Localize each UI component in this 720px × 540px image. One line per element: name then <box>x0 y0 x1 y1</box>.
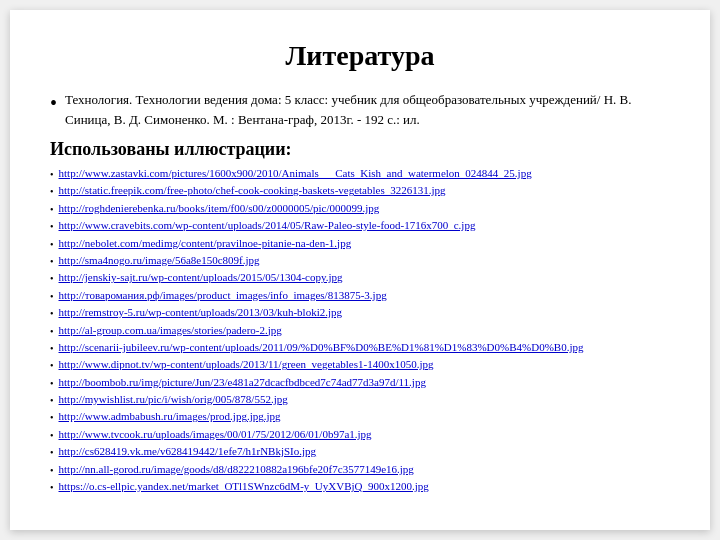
slide-title: Литература <box>50 40 670 72</box>
bullet-small: • <box>50 465 54 476</box>
list-item: •http://scenarii-jubileev.ru/wp-content/… <box>50 340 670 355</box>
bullet-small: • <box>50 169 54 180</box>
bullet-small: • <box>50 395 54 406</box>
link-text[interactable]: http://www.zastavki.com/pictures/1600x90… <box>59 166 532 181</box>
link-text[interactable]: http://roghdenierebenka.ru/books/item/f0… <box>59 201 380 216</box>
link-text[interactable]: https://o.cs-ellpic.yandex.net/market_OT… <box>59 479 429 494</box>
bullet-small: • <box>50 186 54 197</box>
link-text[interactable]: http://mywishlist.ru/pic/i/wish/orig/005… <box>59 392 288 407</box>
list-item: •http://mywishlist.ru/pic/i/wish/orig/00… <box>50 392 670 407</box>
bullet-small: • <box>50 239 54 250</box>
list-item: •http://boombob.ru/img/picture/Jun/23/e4… <box>50 375 670 390</box>
list-item: •http://www.zastavki.com/pictures/1600x9… <box>50 166 670 181</box>
list-item: •http://cs628419.vk.me/v628419442/1efe7/… <box>50 444 670 459</box>
link-text[interactable]: http://al-group.com.ua/images/stories/pa… <box>59 323 282 338</box>
section-heading: Использованы иллюстрации: <box>50 139 670 160</box>
intro-item: • Технология. Технологии ведения дома: 5… <box>50 90 670 129</box>
list-item: •http://www.dipnot.tv/wp-content/uploads… <box>50 357 670 372</box>
bullet-small: • <box>50 360 54 371</box>
list-item: •https://o.cs-ellpic.yandex.net/market_O… <box>50 479 670 494</box>
bullet-small: • <box>50 430 54 441</box>
bullet-large: • <box>50 92 57 115</box>
list-item: •http://www.cravebits.com/wp-content/upl… <box>50 218 670 233</box>
intro-text: Технология. Технологии ведения дома: 5 к… <box>65 90 670 129</box>
bullet-small: • <box>50 447 54 458</box>
bullet-small: • <box>50 308 54 319</box>
list-item: •http://www.tvcook.ru/uploads/images/00/… <box>50 427 670 442</box>
bullet-small: • <box>50 343 54 354</box>
link-text[interactable]: http://jenskiy-sajt.ru/wp-content/upload… <box>59 270 343 285</box>
list-item: •http://remstroy-5.ru/wp-content/uploads… <box>50 305 670 320</box>
slide: Литература • Технология. Технологии веде… <box>10 10 710 530</box>
list-item: •http://nebolet.com/medimg/content/pravi… <box>50 236 670 251</box>
link-text[interactable]: http://www.cravebits.com/wp-content/uplo… <box>59 218 476 233</box>
link-text[interactable]: http://www.tvcook.ru/uploads/images/00/0… <box>59 427 372 442</box>
link-text[interactable]: http://товаромания.рф/images/product_ima… <box>59 288 387 303</box>
link-text[interactable]: http://cs628419.vk.me/v628419442/1efe7/h… <box>59 444 317 459</box>
list-item: •http://nn.all-gorod.ru/image/goods/d8/d… <box>50 462 670 477</box>
bullet-small: • <box>50 326 54 337</box>
list-item: •http://товаромания.рф/images/product_im… <box>50 288 670 303</box>
list-item: •http://roghdenierebenka.ru/books/item/f… <box>50 201 670 216</box>
list-item: •http://sma4nogo.ru/image/56a8e150c809f.… <box>50 253 670 268</box>
link-text[interactable]: http://nn.all-gorod.ru/image/goods/d8/d8… <box>59 462 414 477</box>
link-text[interactable]: http://www.dipnot.tv/wp-content/uploads/… <box>59 357 434 372</box>
bullet-small: • <box>50 482 54 493</box>
list-item: •http://jenskiy-sajt.ru/wp-content/uploa… <box>50 270 670 285</box>
bullet-small: • <box>50 221 54 232</box>
link-text[interactable]: http://boombob.ru/img/picture/Jun/23/e48… <box>59 375 426 390</box>
link-text[interactable]: http://scenarii-jubileev.ru/wp-content/u… <box>59 340 584 355</box>
bullet-small: • <box>50 273 54 284</box>
bullet-small: • <box>50 291 54 302</box>
link-text[interactable]: http://www.admbabush.ru/images/prod.jpg.… <box>59 409 281 424</box>
link-text[interactable]: http://nebolet.com/medimg/content/pravil… <box>59 236 352 251</box>
bullet-small: • <box>50 378 54 389</box>
link-text[interactable]: http://remstroy-5.ru/wp-content/uploads/… <box>59 305 343 320</box>
bullet-small: • <box>50 256 54 267</box>
bullet-small: • <box>50 412 54 423</box>
link-text[interactable]: http://static.freepik.com/free-photo/che… <box>59 183 446 198</box>
list-item: •http://static.freepik.com/free-photo/ch… <box>50 183 670 198</box>
list-item: •http://al-group.com.ua/images/stories/p… <box>50 323 670 338</box>
list-item: •http://www.admbabush.ru/images/prod.jpg… <box>50 409 670 424</box>
link-text[interactable]: http://sma4nogo.ru/image/56a8e150c809f.j… <box>59 253 260 268</box>
links-list: •http://www.zastavki.com/pictures/1600x9… <box>50 166 670 494</box>
bullet-small: • <box>50 204 54 215</box>
